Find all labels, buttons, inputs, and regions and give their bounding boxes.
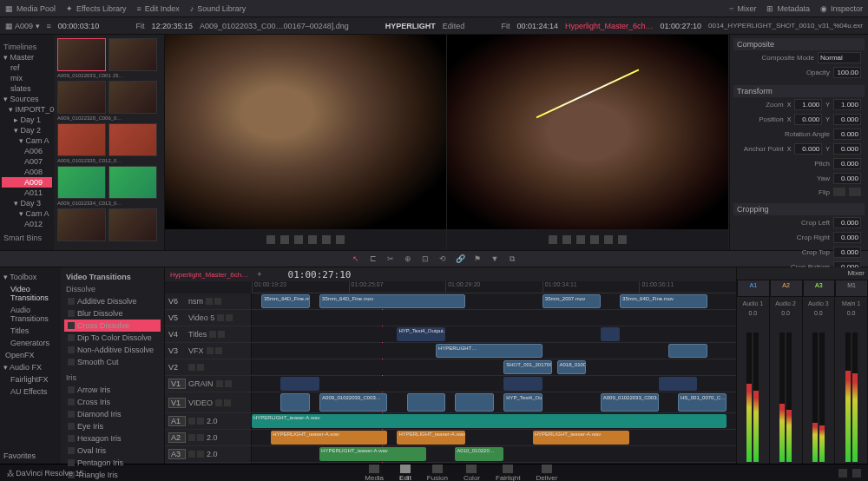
clip[interactable]: HYP_Test4_Output… [397,327,445,341]
tab-mixer[interactable]: ⎓ Mixer [729,4,756,13]
play-icon[interactable] [308,235,317,244]
add-timeline-icon[interactable]: + [257,270,261,279]
play-reverse-icon[interactable] [562,235,571,244]
fx-cat-openfx[interactable]: OpenFX [2,349,59,361]
timeline-ruler[interactable]: 01:00:19:23 01:00:25:07 01:00:29:20 01:0… [252,281,736,293]
trim-tool-icon[interactable]: ⊏ [368,254,378,264]
patch-m1[interactable]: M1 [835,280,868,297]
bin-slates[interactable]: slates [2,83,52,94]
fader[interactable] [772,318,800,462]
clip[interactable]: 35mm_2007.mov [542,294,601,308]
bin-mix[interactable]: mix [2,73,52,83]
bin-import[interactable]: ▾ IMPORT_0905 [2,104,52,115]
bin-day1[interactable]: ▸ Day 1 [2,115,52,125]
clip[interactable]: 35mm_64D_Fine.mov [261,294,310,308]
thumb-clip[interactable] [108,208,157,241]
thumb-clip[interactable] [57,81,106,114]
flip-v-icon[interactable] [849,188,861,196]
replace-icon[interactable]: ⟲ [437,254,448,264]
next-edit-icon[interactable] [604,235,613,244]
bin-a011[interactable]: A011 [2,188,52,198]
fx-cat-au[interactable]: AU Effects [2,385,59,398]
thumb-clip[interactable] [57,38,106,71]
transform-header[interactable]: Transform [733,85,865,97]
tab-edit-index[interactable]: ≡ Edit Index [136,4,179,13]
fader[interactable] [739,318,767,462]
lock-icon[interactable] [206,298,213,305]
anchor-y[interactable]: 0.000 [833,143,861,155]
fader[interactable] [837,318,865,462]
fx-hexagon-iris[interactable]: Hexagon Iris [64,432,161,445]
clip[interactable]: HYPERLIGHT_teaser-A.wav [319,447,426,461]
clip[interactable]: A018_0100… [557,360,586,374]
thumb-clip[interactable] [108,166,157,199]
crop-left[interactable]: 0.000 [833,217,861,228]
play-reverse-icon[interactable] [280,235,289,244]
solo-icon[interactable] [197,418,204,425]
fx-cat-generators[interactable]: Generators [2,337,59,349]
patch-a1[interactable]: A1 [737,280,770,297]
selection-tool-icon[interactable]: ↖ [351,254,361,264]
zoom-x[interactable]: 1.000 [794,99,822,110]
fx-cat-audio-transitions[interactable]: Audio Transitions [2,304,59,325]
patch-a3[interactable]: A3 [803,280,836,297]
fx-blur-dissolve[interactable]: Blur Dissolve [64,307,161,320]
clip[interactable] [601,327,620,341]
fx-dip-dissolve[interactable]: Dip To Color Dissolve [64,332,161,344]
prev-edit-icon[interactable] [549,235,557,244]
tab-sound-library[interactable]: ♪ Sound Library [190,4,247,13]
clip[interactable]: HYPERLIGHT_teaser-A.wav [533,431,630,445]
next-clip-icon[interactable] [322,235,331,244]
tab-inspector[interactable]: ◉ Inspector [820,4,863,13]
fader[interactable] [805,318,833,462]
page-edit[interactable]: Edit [399,465,411,482]
bin-ref[interactable]: ref [2,63,52,73]
page-fusion[interactable]: Fusion [427,465,448,482]
fx-cat-toolbox[interactable]: ▾ Toolbox [2,271,59,283]
page-fairlight[interactable]: Fairlight [496,465,520,482]
tab-effects-library[interactable]: ✦ Effects Library [66,4,126,13]
clip[interactable]: A009_01022033_C003… [319,393,387,412]
bin-dropdown[interactable]: ▦ A009 ▾ [5,22,40,30]
bin-a008[interactable]: A008 [2,167,52,177]
fx-arrow-iris[interactable]: Arrow Iris [64,384,161,396]
bin-a007[interactable]: A007 [2,156,52,167]
fit-1[interactable]: Fit [135,22,144,30]
thumb-clip[interactable] [108,81,157,114]
clip[interactable]: 35mm_64D_Fine.mov [319,294,464,308]
fx-diamond-iris[interactable]: Diamond Iris [64,408,161,420]
opacity-input[interactable]: 100.00 [833,67,861,78]
stop-icon[interactable] [294,235,303,244]
fx-smooth-cut[interactable]: Smooth Cut [64,356,161,368]
fx-eye-iris[interactable]: Eye Iris [64,420,161,432]
fx-oval-iris[interactable]: Oval Iris [64,445,161,457]
clip[interactable]: A009_01022033_C003… [601,393,659,412]
link-icon[interactable]: 🔗 [455,254,465,264]
pitch-input[interactable]: 0.000 [833,158,861,169]
clip[interactable] [407,393,446,412]
bin-master[interactable]: ▾ Master [2,52,52,63]
bin-sources[interactable]: ▾ Sources [2,94,52,104]
clip[interactable] [455,393,494,412]
clip[interactable]: HYPERLIGHT… [436,344,542,358]
loop-icon[interactable] [336,235,345,244]
clip[interactable]: HYPERLIGHT_teaser-A.wav [252,414,727,428]
snap-icon[interactable]: ⧉ [507,254,517,264]
timeline-tab[interactable]: Hyperlight_Master_6ch… [170,271,248,279]
patch-a2[interactable]: A2 [770,280,803,297]
view-toggle-icon[interactable]: ≡ [47,22,51,30]
stop-icon[interactable] [576,235,585,244]
prev-clip-icon[interactable] [266,235,275,244]
fx-additive-dissolve[interactable]: Additive Dissolve [64,295,161,307]
bin-day3[interactable]: ▾ Day 3 [2,198,52,208]
anchor-x[interactable]: 0.000 [794,143,822,155]
zoom-y[interactable]: 1.000 [833,99,861,110]
fx-pentagon-iris[interactable]: Pentagon Iris [64,457,161,469]
record-viewer-image[interactable] [447,35,728,229]
thumb-clip[interactable] [57,123,106,156]
bin-cam-a[interactable]: ▾ Cam A [2,135,52,146]
flip-h-icon[interactable] [833,188,845,196]
clip[interactable] [668,344,707,358]
marker-icon[interactable]: ▼ [490,254,500,264]
tab-media-pool[interactable]: ▦ Media Pool [5,4,56,13]
